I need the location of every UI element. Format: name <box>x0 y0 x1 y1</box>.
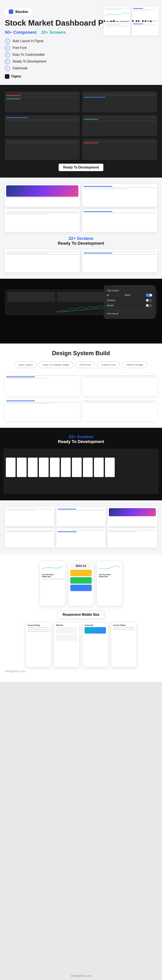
screens-section: 22+ Screens Ready To Development www.gfx… <box>0 178 162 279</box>
feature-item: ✓Ready To Development <box>5 59 157 64</box>
mockup <box>108 507 157 526</box>
mockup <box>5 399 80 421</box>
mockup <box>5 209 80 232</box>
toggle-switch[interactable] <box>146 299 152 302</box>
panel-section: Auto layout <box>107 310 152 316</box>
light-grid-3col <box>5 507 157 548</box>
phone-mockup: Community <box>82 622 108 667</box>
artboard <box>105 458 115 477</box>
logo-icon <box>9 10 13 14</box>
check-icon: ✓ <box>5 38 10 44</box>
panel-row: Tablet <box>107 293 152 298</box>
stat-components: 50+ Component <box>5 30 37 35</box>
responsive-badge: Responsive Mobile Size <box>58 611 104 619</box>
artboard <box>28 458 38 477</box>
phone-mockup: Account Setting <box>25 622 51 667</box>
mockup <box>82 399 157 421</box>
mockup <box>132 22 159 36</box>
artboard <box>72 458 82 477</box>
dark-mockup <box>5 139 80 160</box>
figma-editor-window <box>3 449 159 494</box>
design-title: Design System Build <box>5 350 157 357</box>
design-system-section: Design System Build Auto Layout Easy To … <box>0 344 162 428</box>
dark-mockup <box>82 139 157 160</box>
check-icon: ✓ <box>5 45 10 51</box>
pill: Auto Layout <box>14 361 37 368</box>
feature-list: ✓Auto Layout In Figma ✓Free Font ✓Easy T… <box>5 38 157 71</box>
dark-mockup <box>5 115 80 136</box>
pill-row: Auto Layout Easy To change Image Free Fo… <box>5 361 157 368</box>
toggle-switch[interactable] <box>146 304 152 307</box>
pill: Free Font <box>76 361 95 368</box>
price-display: $201.01 <box>70 563 92 569</box>
mockup <box>5 184 80 207</box>
hero-section: Stockin Stock Market Dashboard Platform … <box>0 0 162 85</box>
panel-header: Clip content <box>107 288 152 293</box>
figma-icon <box>5 74 10 79</box>
phone-mockup: Watchlist <box>54 622 80 667</box>
phone-mockup: Your Text Place Holder Here <box>97 561 122 606</box>
artboard <box>17 458 27 477</box>
light-grid <box>5 184 157 232</box>
pill: Framer Design <box>122 361 148 368</box>
dark-grid <box>5 91 157 160</box>
pill: Custom Icon <box>97 361 120 368</box>
mockup <box>132 6 159 21</box>
pill: Easy To change Image <box>38 361 73 368</box>
dark-mockup <box>82 91 157 113</box>
figma-label: Figma <box>5 74 21 79</box>
mockup <box>56 528 106 548</box>
screens-title: 22+ Screens Ready To Development <box>5 236 157 246</box>
mockup <box>82 373 157 396</box>
mockup <box>5 250 80 272</box>
mockup <box>5 373 80 396</box>
check-icon: ✓ <box>5 52 10 57</box>
feature-item: ✓Easy To Customizable <box>5 52 157 57</box>
logo-text: Stockin <box>15 10 28 14</box>
design-grid <box>5 373 157 421</box>
editor-section: 22+ Screens Ready To Development www.gfx… <box>0 428 162 500</box>
artboard <box>39 458 49 477</box>
artboard <box>83 458 93 477</box>
toggle-switch[interactable] <box>146 294 152 297</box>
phone-mockup: Account Setting <box>111 622 137 667</box>
hero-mockups <box>104 6 159 36</box>
mockup <box>5 528 54 548</box>
phone-row-2: Account Setting Watchlist Community Acco… <box>5 622 157 667</box>
feature-item: ✓Free Font <box>5 45 157 51</box>
mini-chart <box>99 563 120 573</box>
bullet-icon <box>107 294 109 296</box>
mockup <box>82 250 157 272</box>
artboard-row <box>6 451 156 477</box>
panel-row: Mobile <box>107 303 152 308</box>
mockup <box>104 6 130 21</box>
artboard <box>61 458 71 477</box>
mockup <box>82 184 157 207</box>
responsive-section: Your Text Place Holder Here $201.01 Your… <box>0 554 162 682</box>
mini-chart <box>42 563 63 573</box>
artboard <box>50 458 60 477</box>
stat-card <box>57 292 105 302</box>
feature-item: ✓Auto Layout In Figma <box>5 38 157 44</box>
stat-screens: 22+ Screens <box>41 30 66 35</box>
dark-mode-section: Ready To Devolopment <box>0 85 162 178</box>
artboard <box>6 458 16 477</box>
editor-title: 22+ Screens Ready To Development <box>3 434 159 444</box>
mockup <box>82 209 157 232</box>
figma-detail-section: Clip content Tablet Desktop Mobile Auto … <box>0 279 162 344</box>
phone-mockup: $201.01 <box>68 561 94 606</box>
artboard <box>94 458 104 477</box>
mockup <box>108 528 157 548</box>
dev-badge: Ready To Devolopment <box>59 164 103 171</box>
light-grid-2 <box>5 250 157 272</box>
phone-row-1: Your Text Place Holder Here $201.01 Your… <box>5 561 157 606</box>
feature-item: ✓Darkmode <box>5 66 157 71</box>
check-icon: ✓ <box>5 59 10 64</box>
logo-badge: Stockin <box>5 8 32 15</box>
stat-card <box>8 292 55 302</box>
watermark: www.gfxtra.com <box>5 670 157 673</box>
dark-mockup <box>82 115 157 136</box>
figma-properties-panel: Clip content Tablet Desktop Mobile Auto … <box>104 285 156 319</box>
light-section-2 <box>0 500 162 554</box>
phone-mockup: Your Text Place Holder Here <box>40 561 65 606</box>
